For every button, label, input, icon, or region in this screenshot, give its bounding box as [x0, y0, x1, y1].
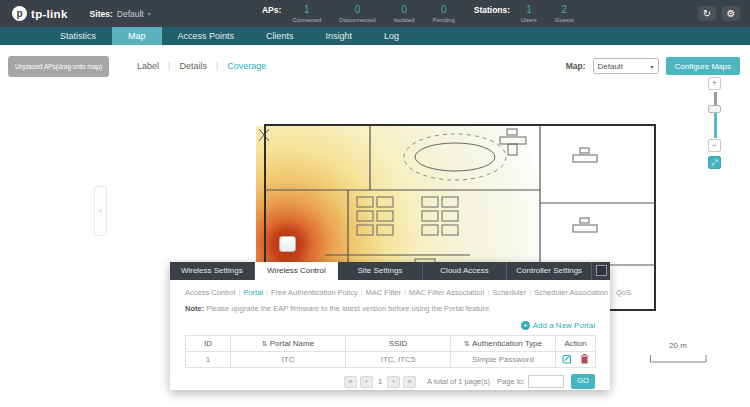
refresh-icon: ↻: [703, 8, 711, 19]
go-button[interactable]: GO: [571, 374, 595, 389]
first-page-button[interactable]: «: [344, 376, 357, 388]
map-select-value: Default: [598, 62, 623, 71]
add-new-portal-label: Add a New Portal: [533, 321, 595, 330]
tplink-logo: p tp-link: [12, 6, 68, 21]
sites-label: Sites:: [90, 9, 113, 19]
nav-tab-log[interactable]: Log: [368, 27, 415, 45]
tab-controller-settings[interactable]: Controller Settings: [507, 262, 592, 280]
divider: |: [611, 288, 613, 297]
divider: |: [404, 288, 406, 297]
col-ssid: SSID: [346, 336, 451, 352]
stat-connected-label: Connected: [292, 17, 321, 23]
table-row: 1 ITC ITC, ITC5 Simple Password: [186, 352, 596, 368]
delete-portal-icon[interactable]: [580, 354, 589, 366]
subnav-scheduler[interactable]: Scheduler: [492, 288, 526, 297]
subnav-mac-filter-association[interactable]: MAC Filter Association: [409, 288, 484, 297]
screen: p tp-link Sites: Default ▾ APs: 1 Connec…: [0, 0, 750, 407]
stat-users-label: Users: [521, 17, 537, 23]
unplaced-panel-collapse-handle[interactable]: ‹: [94, 186, 107, 236]
toolbar-right: Map: Default ▾ Configure Maps: [566, 57, 740, 75]
brand-name: tp-link: [31, 8, 68, 20]
aps-group-label: APs:: [262, 5, 281, 15]
stat-users-value: 1: [526, 5, 532, 15]
stat-connected: 1 Connected: [292, 5, 321, 23]
stat-pending: 0 Pending: [433, 5, 455, 23]
note-text: Please upgrade the EAP firmware to the l…: [206, 304, 491, 313]
settings-button[interactable]: ⚙: [722, 6, 740, 21]
stat-isolated-label: Isolated: [394, 17, 415, 23]
col-portal-name[interactable]: ⇅Portal Name: [231, 336, 346, 352]
subnav-qos[interactable]: QoS: [616, 288, 631, 297]
view-link-coverage[interactable]: Coverage: [227, 61, 266, 71]
note-label: Note:: [185, 304, 204, 313]
configure-maps-button[interactable]: Configure Maps: [666, 57, 740, 75]
tab-site-settings[interactable]: Site Settings: [338, 262, 423, 280]
map-label: Map:: [566, 61, 586, 71]
tab-cloud-access[interactable]: Cloud Access: [423, 262, 508, 280]
caret-down-icon: ▾: [651, 63, 654, 70]
cell-id: 1: [186, 352, 231, 368]
fit-map-button[interactable]: ⤢: [708, 156, 721, 169]
zoom-slider-track[interactable]: [714, 92, 717, 138]
divider: |: [238, 288, 240, 297]
add-icon: +: [521, 321, 530, 330]
settings-dialog: Wireless Settings Wireless Control Site …: [170, 262, 610, 390]
stat-guests-label: Guests: [555, 17, 574, 23]
tab-wireless-control[interactable]: Wireless Control: [255, 262, 339, 280]
sort-icon: ⇅: [464, 340, 470, 347]
col-auth-type[interactable]: ⇅Authentication Type: [451, 336, 556, 352]
refresh-button[interactable]: ↻: [698, 6, 716, 21]
nav-tab-insight[interactable]: Insight: [310, 27, 369, 45]
subnav-portal[interactable]: Portal: [243, 288, 263, 297]
divider: |: [361, 288, 363, 297]
view-link-label[interactable]: Label: [137, 61, 159, 71]
minus-icon: −: [712, 140, 717, 150]
firmware-note: Note:Please upgrade the EAP firmware to …: [185, 304, 595, 313]
main-nav: Statistics Map Access Points Clients Ins…: [0, 27, 750, 45]
caret-down-icon: ▾: [148, 10, 151, 17]
view-link-details[interactable]: Details: [179, 61, 207, 71]
page-to-label: Page to:: [497, 377, 525, 386]
divider: |: [216, 61, 218, 71]
dialog-collapse-button[interactable]: [596, 265, 607, 276]
chevron-left-icon: ‹: [99, 206, 102, 216]
next-page-button[interactable]: ›: [387, 376, 400, 388]
subnav-access-control[interactable]: Access Control: [185, 288, 235, 297]
col-auth-type-label: Authentication Type: [472, 339, 542, 348]
subnav-mac-filter[interactable]: MAC Filter: [366, 288, 401, 297]
subnav-free-auth-policy[interactable]: Free Authentication Policy: [271, 288, 358, 297]
tplink-logo-icon: p: [12, 6, 27, 21]
divider: |: [529, 288, 531, 297]
stat-disconnected: 0 Disconnected: [339, 5, 375, 23]
add-new-portal-link[interactable]: +Add a New Portal: [521, 321, 595, 330]
stat-connected-value: 1: [304, 5, 310, 15]
zoom-slider-handle[interactable]: [708, 105, 721, 113]
page-to-input[interactable]: [528, 375, 564, 388]
pagination: « ‹ 1 › » A total of 1 page(s) Page to: …: [185, 374, 595, 389]
nav-tab-access-points[interactable]: Access Points: [162, 27, 251, 45]
nav-tab-clients[interactable]: Clients: [250, 27, 310, 45]
zoom-in-button[interactable]: +: [708, 77, 721, 90]
nav-tab-map[interactable]: Map: [112, 27, 162, 45]
divider: |: [168, 61, 170, 71]
cell-action: [556, 352, 596, 368]
subnav-scheduler-association[interactable]: Scheduler Association: [534, 288, 608, 297]
view-mode-links: Label | Details | Coverage: [137, 61, 266, 71]
unplaced-aps-button[interactable]: Unplaced APs(drag onto map): [8, 56, 109, 77]
zoom-out-button[interactable]: −: [708, 139, 721, 152]
plus-icon: +: [712, 78, 717, 88]
current-page: 1: [378, 377, 382, 386]
prev-page-button[interactable]: ‹: [360, 376, 373, 388]
map-select-dropdown[interactable]: Default ▾: [593, 58, 659, 74]
stat-guests: 2 Guests: [555, 5, 574, 23]
edit-portal-icon[interactable]: [562, 354, 572, 366]
cell-auth-type: Simple Password: [451, 352, 556, 368]
tab-wireless-settings[interactable]: Wireless Settings: [170, 262, 255, 280]
col-action: Action: [556, 336, 596, 352]
access-point-marker[interactable]: [279, 236, 296, 252]
sites-selector[interactable]: Sites: Default ▾: [90, 9, 151, 19]
nav-tab-statistics[interactable]: Statistics: [44, 27, 112, 45]
col-portal-name-label: Portal Name: [270, 339, 314, 348]
last-page-button[interactable]: »: [403, 376, 416, 388]
portal-table: ID ⇅Portal Name SSID ⇅Authentication Typ…: [185, 335, 596, 368]
